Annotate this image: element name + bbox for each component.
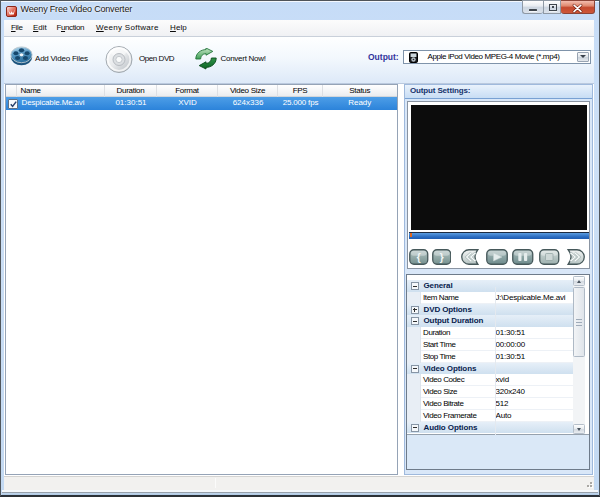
svg-text:{: { <box>417 251 421 262</box>
svg-text:}: } <box>439 251 443 262</box>
